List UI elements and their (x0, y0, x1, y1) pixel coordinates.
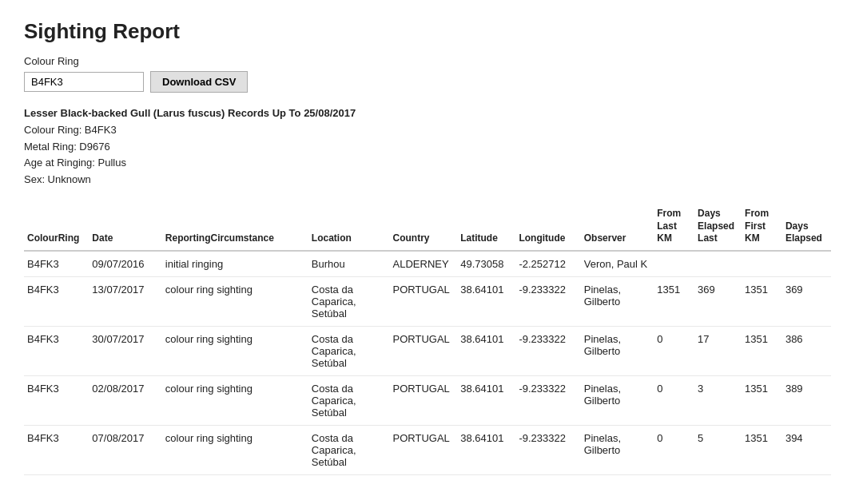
col-header-date: Date (89, 203, 162, 251)
meta-metal-ring: Metal Ring: D9676 (24, 139, 831, 156)
cell-from-first-km (742, 251, 782, 277)
cell-from-last-km: 0 (654, 326, 694, 375)
cell-from-last-km: 0 (654, 375, 694, 425)
ring-input[interactable] (24, 72, 144, 92)
cell-country: PORTUGAL (390, 276, 458, 326)
cell-longitude: -9.233322 (515, 375, 580, 425)
cell-observer: Pinelas, Gilberto (581, 326, 654, 375)
cell-colour-ring: B4FK3 (24, 425, 89, 474)
cell-days-elapsed-last: 3 (694, 375, 742, 425)
meta-colour-ring: Colour Ring: B4FK3 (24, 122, 831, 139)
cell-colour-ring: B4FK3 (24, 251, 89, 277)
cell-reporting: colour ring sighting (162, 326, 308, 375)
cell-longitude: -9.233322 (515, 276, 580, 326)
cell-date: 30/07/2017 (89, 326, 162, 375)
col-header-days-elapsed-last: Days Elapsed Last (694, 203, 742, 251)
cell-location: Costa da Caparica, Setúbal (308, 375, 390, 425)
cell-country: ALDERNEY (390, 251, 458, 277)
cell-date: 02/08/2017 (89, 375, 162, 425)
download-csv-button[interactable]: Download CSV (150, 71, 248, 93)
cell-days-elapsed-last: 5 (694, 425, 742, 474)
cell-location: Costa da Caparica, Setúbal (308, 276, 390, 326)
col-header-from-last-km: From Last KM (654, 203, 694, 251)
cell-from-first-km: 1351 (742, 326, 782, 375)
cell-days-elapsed-last (694, 251, 742, 277)
cell-location: Burhou (308, 251, 390, 277)
table-row: B4FK309/07/2016initial ringingBurhouALDE… (24, 251, 831, 277)
col-header-location: Location (308, 203, 390, 251)
col-header-colourring: ColourRing (24, 203, 89, 251)
table-row: B4FK307/08/2017colour ring sightingCosta… (24, 425, 831, 474)
col-header-latitude: Latitude (457, 203, 515, 251)
cell-days-elapsed: 389 (782, 375, 831, 425)
cell-country: PORTUGAL (390, 326, 458, 375)
cell-longitude: -9.233322 (515, 326, 580, 375)
cell-days-elapsed: 369 (782, 276, 831, 326)
page-title: Sighting Report (24, 19, 831, 44)
cell-location: Costa da Caparica, Setúbal (308, 425, 390, 474)
cell-from-first-km: 1351 (742, 375, 782, 425)
cell-date: 13/07/2017 (89, 276, 162, 326)
cell-latitude: 49.73058 (457, 251, 515, 277)
cell-from-first-km: 1351 (742, 276, 782, 326)
cell-country: PORTUGAL (390, 425, 458, 474)
cell-longitude: -9.233322 (515, 425, 580, 474)
cell-longitude: -2.252712 (515, 251, 580, 277)
cell-observer: Veron, Paul K (581, 251, 654, 277)
cell-days-elapsed-last: 17 (694, 326, 742, 375)
cell-reporting: colour ring sighting (162, 425, 308, 474)
cell-from-last-km: 1351 (654, 276, 694, 326)
table-row: B4FK313/07/2017colour ring sightingCosta… (24, 276, 831, 326)
cell-date: 07/08/2017 (89, 425, 162, 474)
meta-age: Age at Ringing: Pullus (24, 155, 831, 172)
col-header-observer: Observer (581, 203, 654, 251)
cell-days-elapsed (782, 251, 831, 277)
cell-location: Costa da Caparica, Setúbal (308, 326, 390, 375)
cell-observer: Pinelas, Gilberto (581, 276, 654, 326)
table-row: B4FK330/07/2017colour ring sightingCosta… (24, 326, 831, 375)
cell-latitude: 38.64101 (457, 326, 515, 375)
cell-observer: Pinelas, Gilberto (581, 375, 654, 425)
cell-reporting: colour ring sighting (162, 276, 308, 326)
cell-latitude: 38.64101 (457, 276, 515, 326)
cell-date: 09/07/2016 (89, 251, 162, 277)
cell-reporting: colour ring sighting (162, 375, 308, 425)
colour-ring-label: Colour Ring (24, 55, 831, 67)
col-header-reporting: ReportingCircumstance (162, 203, 308, 251)
col-header-from-first-km: From First KM (742, 203, 782, 251)
cell-from-last-km (654, 251, 694, 277)
cell-observer: Pinelas, Gilberto (581, 425, 654, 474)
meta-block: Lesser Black-backed Gull (Larus fuscus) … (24, 105, 831, 189)
cell-latitude: 38.64101 (457, 425, 515, 474)
col-header-country: Country (390, 203, 458, 251)
meta-title: Lesser Black-backed Gull (Larus fuscus) … (24, 105, 831, 122)
cell-days-elapsed-last: 369 (694, 276, 742, 326)
table-row: B4FK302/08/2017colour ring sightingCosta… (24, 375, 831, 425)
cell-colour-ring: B4FK3 (24, 276, 89, 326)
cell-country: PORTUGAL (390, 375, 458, 425)
sighting-table: ColourRing Date ReportingCircumstance Lo… (24, 203, 831, 475)
cell-from-last-km: 0 (654, 425, 694, 474)
cell-from-first-km: 1351 (742, 425, 782, 474)
cell-colour-ring: B4FK3 (24, 375, 89, 425)
cell-latitude: 38.64101 (457, 375, 515, 425)
col-header-days-elapsed: Days Elapsed (782, 203, 831, 251)
col-header-longitude: Longitude (515, 203, 580, 251)
cell-days-elapsed: 394 (782, 425, 831, 474)
meta-sex: Sex: Unknown (24, 172, 831, 189)
cell-days-elapsed: 386 (782, 326, 831, 375)
cell-reporting: initial ringing (162, 251, 308, 277)
cell-colour-ring: B4FK3 (24, 326, 89, 375)
